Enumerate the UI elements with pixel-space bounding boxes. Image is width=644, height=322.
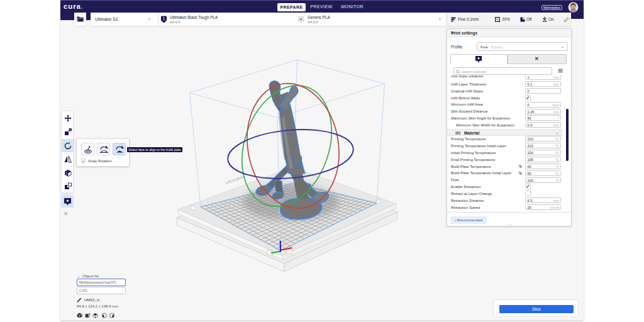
svg-text:1: 1	[163, 16, 165, 21]
svg-text:Ultimaker: Ultimaker	[225, 174, 245, 186]
